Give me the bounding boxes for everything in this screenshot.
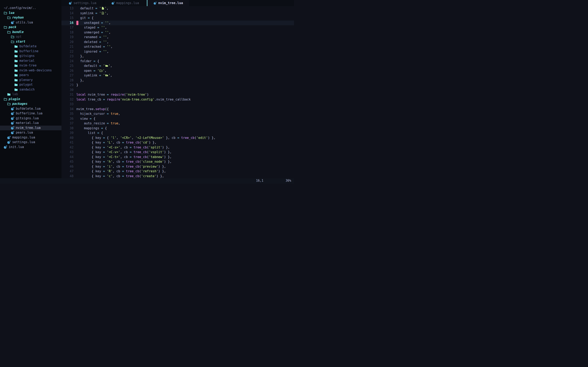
line-number: 26: [61, 68, 73, 73]
code-line-text: { key = '<C-t>', cb = tree_cb('tabnew') …: [73, 155, 294, 160]
code-line-17[interactable]: 17 staged = '',: [61, 25, 294, 30]
tab-nvim_tree.lua[interactable]: nvim_tree.lua: [147, 0, 189, 6]
folder-open-tree-icon: [11, 40, 14, 43]
token-punc: ,: [110, 74, 112, 77]
tree-item-nvim-tree[interactable]: nvim-tree: [0, 63, 61, 68]
tree-item-bundle[interactable]: bundle: [0, 30, 61, 35]
tree-item-lab[interactable]: lab: [0, 92, 61, 97]
code-line-30[interactable]: 30: [61, 88, 294, 92]
tree-item-plenary[interactable]: plenary: [0, 78, 61, 83]
tree-item-nvim_tree.lua[interactable]: nvim_tree.lua: [0, 125, 61, 131]
token-op: =: [103, 98, 107, 101]
code-line-33[interactable]: 33: [61, 102, 294, 107]
code-line-25[interactable]: 25 default = '',: [61, 64, 294, 68]
tree-item-start[interactable]: start: [0, 39, 61, 44]
tree-item-opt[interactable]: opt: [0, 34, 61, 39]
token-id: hijack_cursor: [76, 112, 107, 116]
token-punc: ,: [107, 35, 109, 39]
tab-mappings.lua[interactable]: mappings.lua: [104, 0, 147, 6]
line-number: 39: [61, 131, 73, 136]
token-id: key: [95, 155, 103, 159]
code-line-21[interactable]: 21 untracked = '',: [61, 44, 294, 49]
tree-item-packages[interactable]: packages: [0, 101, 61, 106]
code-line-14[interactable]: 14 symlink = '',: [61, 11, 294, 16]
code-line-22[interactable]: 22 ignored = '',: [61, 49, 294, 54]
code-line-28[interactable]: 28 },: [61, 78, 294, 83]
line-number: 40: [61, 136, 73, 141]
tree-item-init.lua[interactable]: init.lua: [0, 145, 61, 150]
code-line-37[interactable]: 37 auto_resize = true,: [61, 121, 294, 126]
token-id: key: [95, 169, 103, 173]
tree-item-material[interactable]: material: [0, 58, 61, 63]
code-line-27[interactable]: 27 symlink = '',: [61, 73, 294, 78]
code-line-16[interactable]: 16 unstaged = '',: [61, 21, 294, 25]
tree-item-reyhan[interactable]: reyhan: [0, 15, 61, 20]
code-line-41[interactable]: 41 { key = 'L', cb = tree_cb('cd') },: [61, 140, 294, 145]
tab-label: mappings.lua: [116, 1, 139, 5]
code-line-24[interactable]: 24 folder = {: [61, 59, 294, 64]
code-line-18[interactable]: 18 unmerged = '',: [61, 30, 294, 35]
code-line-31[interactable]: 31local nvim_tree = require('nvim-tree'): [61, 92, 294, 97]
code-line-36[interactable]: 36 view = {: [61, 117, 294, 121]
line-number: 21: [61, 44, 73, 49]
tree-item-mappings.lua[interactable]: mappings.lua: [0, 135, 61, 140]
tree-item-bufferline[interactable]: bufferline: [0, 49, 61, 54]
tree-item-nvim-web-devicons[interactable]: nvim-web-devicons: [0, 68, 61, 73]
tree-item-pears.lua[interactable]: pears.lua: [0, 130, 61, 135]
token-str: '': [107, 45, 111, 49]
code-line-38[interactable]: 38 mappings = {: [61, 126, 294, 131]
tree-item-material.lua[interactable]: material.lua: [0, 121, 61, 125]
token-punc: {: [97, 59, 99, 63]
code-line-19[interactable]: 19 renamed = '',: [61, 35, 294, 40]
code-area[interactable]: 13 default = '',14 symlink = '',15 git =…: [61, 6, 294, 178]
code-line-40[interactable]: 40 { key = { 'l', '<CR>', '<2-LeftMouse>…: [61, 136, 294, 141]
code-line-42[interactable]: 42 { key = '<C-s>', cb = tree_cb('split'…: [61, 145, 294, 150]
token-str: '<C-t>': [107, 155, 120, 159]
code-line-44[interactable]: 44 { key = '<C-t>', cb = tree_cb('tabnew…: [61, 155, 294, 160]
code-line-15[interactable]: 15 git = {: [61, 16, 294, 21]
code-line-46[interactable]: 46 { key = 'i', cb = tree_cb('preview') …: [61, 164, 294, 169]
code-line-29[interactable]: 29}: [61, 83, 294, 88]
tree-item-plugin[interactable]: plugin: [0, 97, 61, 102]
token-op: =: [122, 141, 126, 144]
tree-item-polygot[interactable]: polygot: [0, 82, 61, 87]
tree-item-gitsigns.lua[interactable]: gitsigns.lua: [0, 116, 61, 121]
tree-item-bufdelete[interactable]: bufdelete: [0, 44, 61, 49]
main-area: ~/.config/nvim/.. luareyhanutils.luapack…: [0, 0, 294, 178]
line-number: 15: [61, 16, 73, 21]
tab-settings.lua[interactable]: settings.lua: [61, 0, 104, 6]
token-id: untracked: [76, 45, 103, 49]
tree-item-pears[interactable]: pears: [0, 73, 61, 78]
tree-item-pack[interactable]: pack: [0, 25, 61, 30]
tree-item-lua[interactable]: lua: [0, 11, 61, 16]
code-line-20[interactable]: 20 deleted = '',: [61, 40, 294, 45]
tree-item-bufferline.lua[interactable]: bufferline.lua: [0, 111, 61, 116]
token-kw: local: [76, 93, 88, 96]
code-line-48[interactable]: 48 { key = 'c', cb = tree_cb('create') }…: [61, 174, 294, 178]
code-line-text: { key = 'i', cb = tree_cb('preview') },: [73, 164, 294, 169]
tree-item-bufdelete.lua[interactable]: bufdelete.lua: [0, 106, 61, 111]
tree-item-label: bufdelete: [19, 44, 36, 49]
code-line-32[interactable]: 32local tree_cb = require'nvim-tree.conf…: [61, 97, 294, 102]
token-op: =: [122, 165, 126, 168]
code-line-35[interactable]: 35 hijack_cursor = true,: [61, 111, 294, 117]
code-line-26[interactable]: 26 open = '',: [61, 68, 294, 73]
code-line-47[interactable]: 47 { key = 'R', cb = tree_cb('refresh') …: [61, 169, 294, 174]
tree-item-sandwich[interactable]: sandwich: [0, 87, 61, 92]
code-line-45[interactable]: 45 { key = 'h', cb = tree_cb('close_node…: [61, 159, 294, 164]
tree-item-label: bundle: [12, 30, 24, 35]
code-line-23[interactable]: 23 },: [61, 54, 294, 59]
code-line-43[interactable]: 43 { key = '<C-v>', cb = tree_cb('vsplit…: [61, 150, 294, 155]
code-line-39[interactable]: 39 list = {: [61, 131, 294, 136]
code-line-13[interactable]: 13 default = '',: [61, 6, 294, 11]
tree-item-gitsigns[interactable]: gitsigns: [0, 54, 61, 58]
token-str: '': [105, 31, 109, 34]
code-line-34[interactable]: 34nvim_tree.setup({: [61, 107, 294, 112]
token-fn: tree_cb: [126, 169, 139, 173]
token-str: '<CR>': [120, 136, 132, 140]
code-line-text: local tree_cb = require'nvim-tree.config…: [73, 97, 294, 102]
tree-item-utils.lua[interactable]: utils.lua: [0, 20, 61, 25]
tree-item-label: pears: [19, 73, 29, 78]
tree-item-settings.lua[interactable]: settings.lua: [0, 140, 61, 145]
token-punc: {: [76, 174, 95, 178]
